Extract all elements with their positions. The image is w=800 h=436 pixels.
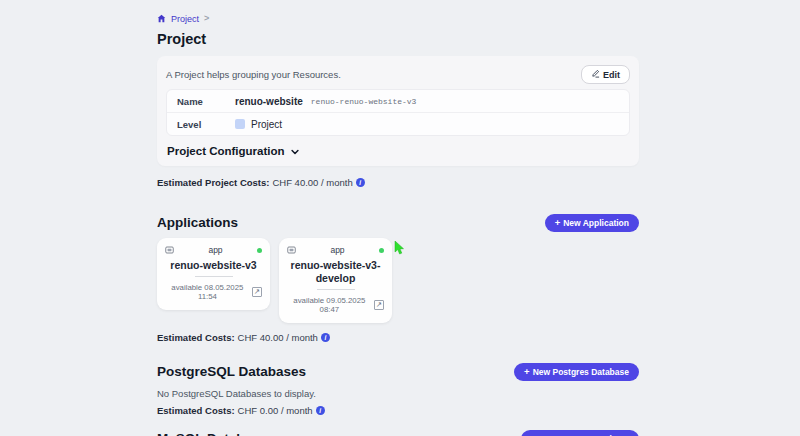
plus-icon: +	[555, 218, 561, 228]
info-icon[interactable]: i	[316, 406, 325, 415]
edit-button-label: Edit	[603, 70, 620, 80]
project-card: A Project helps grouping your Resources.…	[157, 56, 639, 166]
breadcrumb: Project >	[157, 13, 639, 24]
level-row-label: Level	[177, 119, 235, 130]
project-level-icon	[235, 119, 245, 129]
status-online-dot	[257, 248, 262, 253]
app-name: renuo-website-v3-develop	[287, 259, 384, 285]
plus-icon: +	[524, 367, 530, 377]
home-icon[interactable]	[157, 14, 166, 23]
title-underline	[195, 276, 233, 277]
postgres-costs-line: Estimated Costs: CHF 0.00 / month i	[157, 405, 639, 416]
project-costs-label: Estimated Project Costs:	[157, 177, 269, 188]
application-cards: app renuo-website-v3 available 08.05.202…	[157, 238, 639, 323]
app-availability-text: available 09.05.2025 08:47	[287, 296, 372, 314]
postgres-costs-value: CHF 0.00 / month	[238, 405, 313, 416]
new-postgres-label: New Postgres Database	[533, 367, 629, 377]
project-level-value: Project	[251, 119, 282, 130]
app-box-icon	[165, 246, 174, 254]
new-postgres-database-button[interactable]: + New Postgres Database	[514, 363, 639, 381]
mysql-section: MySQL Databases + New MySQL Database No …	[157, 430, 639, 436]
external-link-icon[interactable]: ↗	[374, 300, 384, 310]
app-kind-label: app	[208, 245, 222, 255]
application-card[interactable]: app renuo-website-v3 available 08.05.202…	[157, 238, 270, 310]
app-box-icon	[287, 246, 296, 254]
app-availability: available 09.05.2025 08:47 ↗	[287, 296, 384, 314]
info-icon[interactable]: i	[321, 333, 330, 342]
title-underline	[317, 289, 355, 290]
app-name: renuo-website-v3	[165, 259, 262, 272]
project-name-value: renuo-website	[235, 96, 303, 107]
project-name-id: renuo-renuo-website-v3	[311, 97, 417, 106]
new-application-button[interactable]: + New Application	[545, 214, 639, 232]
edit-pencil-icon	[591, 69, 600, 80]
edit-button[interactable]: Edit	[581, 65, 630, 84]
project-costs-line: Estimated Project Costs: CHF 40.00 / mon…	[157, 177, 639, 188]
postgres-costs-label: Estimated Costs:	[157, 405, 235, 416]
app-availability-text: available 08.05.2025 11:54	[165, 283, 250, 301]
project-costs-value: CHF 40.00 / month	[272, 177, 352, 188]
page-title: Project	[157, 31, 639, 47]
new-mysql-database-button[interactable]: + New MySQL Database	[521, 430, 639, 436]
table-row-name: Name renuo-website renuo-renuo-website-v…	[167, 90, 629, 112]
table-row-level: Level Project	[167, 112, 629, 135]
applications-costs-line: Estimated Costs: CHF 40.00 / month i	[157, 332, 639, 343]
new-application-label: New Application	[563, 218, 629, 228]
main-content: Project > Project A Project helps groupi…	[157, 0, 639, 436]
external-link-icon[interactable]: ↗	[252, 287, 262, 297]
postgres-title: PostgreSQL Databases	[157, 364, 306, 379]
project-configuration-label: Project Configuration	[167, 145, 285, 157]
app-availability: available 08.05.2025 11:54 ↗	[165, 283, 262, 301]
breadcrumb-link-project[interactable]: Project	[171, 14, 199, 24]
app-kind-label: app	[330, 245, 344, 255]
project-description: A Project helps grouping your Resources.	[166, 65, 341, 80]
application-card[interactable]: app renuo-website-v3-develop available 0…	[279, 238, 392, 323]
project-properties-table: Name renuo-website renuo-renuo-website-v…	[166, 89, 630, 136]
postgres-section: PostgreSQL Databases + New Postgres Data…	[157, 363, 639, 416]
chevron-down-icon	[290, 146, 300, 157]
chevron-right-icon: >	[204, 14, 209, 23]
status-online-dot	[379, 248, 384, 253]
applications-section: Applications + New Application app renuo…	[157, 214, 639, 343]
project-configuration-toggle[interactable]: Project Configuration	[166, 145, 630, 157]
postgres-empty-message: No PostgreSQL Databases to display.	[157, 388, 639, 399]
applications-costs-label: Estimated Costs:	[157, 332, 235, 343]
info-icon[interactable]: i	[356, 178, 365, 187]
name-row-label: Name	[177, 96, 235, 107]
mysql-title: MySQL Databases	[157, 431, 275, 436]
applications-costs-value: CHF 40.00 / month	[238, 332, 318, 343]
applications-title: Applications	[157, 215, 238, 230]
